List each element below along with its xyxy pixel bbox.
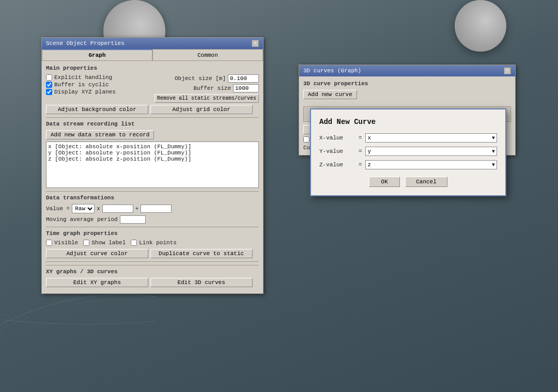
robot-arm-right: [455, 0, 506, 52]
remove-streams-button[interactable]: Remove all static streams/curves: [154, 94, 259, 103]
explicit-handling-label: Explicit handling: [54, 74, 112, 81]
y-value-row: Y-value = y ▼: [319, 147, 497, 156]
add-new-curve-dialog: Add New Curve X-value = x ▼ Y-value = y …: [310, 108, 506, 196]
sop-body: Main properties Explicit handling Buffer…: [42, 61, 263, 293]
link-points-row: Link points: [131, 240, 177, 246]
curve-action-row: Adjust curve color Duplicate curve to st…: [46, 249, 259, 258]
sop-title: Scene Object Properties: [46, 40, 125, 46]
plus-label: +: [135, 206, 139, 212]
visible-label: Visible: [54, 240, 78, 246]
visible-row: Visible: [46, 240, 78, 246]
curves-body: 3D curve properties Add new curve: [299, 76, 515, 103]
add-stream-button[interactable]: Add new data stream to record: [46, 130, 154, 139]
time-graph-label: Time graph properties: [46, 230, 259, 237]
tab-common[interactable]: Common: [152, 49, 263, 60]
buffer-cyclic-checkbox[interactable]: [46, 82, 52, 88]
x-value-label: X-value: [319, 135, 355, 141]
z-value-row: Z-value = z ▼: [319, 160, 497, 169]
curve-properties-label: 3D curve properties: [303, 81, 511, 87]
z-value-select[interactable]: z: [365, 160, 497, 169]
object-size-input[interactable]: [228, 74, 259, 83]
time-graph-options: Visible Show label Link points: [46, 240, 259, 247]
buffer-cyclic-label: Buffer is cyclic: [54, 82, 109, 88]
curves-title: 3D curves (Graph): [303, 68, 361, 74]
data-stream-box[interactable]: x [Object: absolute x-position (FL_Dummy…: [46, 142, 259, 188]
edit-3d-button[interactable]: Edit 3D curves: [150, 278, 253, 287]
divider-4: [46, 261, 259, 262]
multiply-input[interactable]: [102, 205, 133, 213]
adjust-grid-button[interactable]: Adjust grid color: [150, 105, 253, 114]
z-value-label: Z-value: [319, 162, 355, 168]
xy-graphs-label: XY graphs / 3D curves: [46, 269, 259, 275]
adjust-color-row: Adjust background color Adjust grid colo…: [46, 105, 259, 114]
buffer-size-label: Buffer size: [193, 85, 231, 91]
raw-select[interactable]: Raw: [72, 204, 95, 213]
y-value-label: Y-value: [319, 148, 355, 154]
transform-row: Value = Raw x +: [46, 204, 259, 213]
link-points-label: Link points: [139, 240, 177, 246]
sop-close-button[interactable]: ×: [252, 40, 259, 47]
x-label: x: [97, 206, 100, 212]
x-select-wrapper: x ▼: [365, 133, 497, 143]
z-select-wrapper: z ▼: [365, 160, 497, 169]
main-properties-label: Main properties: [46, 65, 259, 71]
value-label: Value =: [46, 206, 70, 212]
curves-title-bar: 3D curves (Graph) ×: [299, 65, 515, 76]
visible-checkbox[interactable]: [46, 240, 52, 246]
buffer-cyclic-row: Buffer is cyclic: [46, 82, 150, 88]
data-transform-label: Data transformations: [46, 195, 259, 201]
sop-tabs: Graph Common: [42, 49, 263, 61]
adjust-bg-button[interactable]: Adjust background color: [46, 105, 148, 114]
link-points-checkbox[interactable]: [131, 240, 137, 246]
xy-graphs-section: XY graphs / 3D curves Edit XY graphs Edi…: [46, 265, 259, 287]
divider-2: [46, 191, 259, 192]
tab-graph[interactable]: Graph: [42, 49, 152, 60]
dialog-title: Add New Curve: [319, 118, 497, 126]
edit-xy-button[interactable]: Edit XY graphs: [46, 278, 148, 287]
divider-1: [46, 117, 259, 118]
curve-always-top-checkbox[interactable]: [303, 136, 309, 143]
scene-object-properties-panel: Scene Object Properties × Graph Common M…: [41, 37, 264, 294]
moving-avg-row: Moving average period: [46, 215, 259, 224]
curves-close-button[interactable]: ×: [504, 67, 511, 74]
y-value-select[interactable]: y: [365, 147, 497, 156]
object-size-label: Object size [m]: [175, 75, 226, 82]
sop-title-bar: Scene Object Properties ×: [42, 38, 263, 49]
ok-button[interactable]: OK: [369, 177, 400, 187]
duplicate-curve-button[interactable]: Duplicate curve to static: [150, 249, 253, 258]
show-label-checkbox[interactable]: [83, 240, 89, 246]
z-equals: =: [359, 162, 362, 168]
show-label-label: Show label: [91, 240, 126, 246]
dialog-buttons: OK Cancel: [319, 177, 497, 187]
add-input[interactable]: [141, 205, 172, 213]
cancel-button[interactable]: Cancel: [405, 177, 447, 187]
display-xyz-label: Display XYZ planes: [54, 89, 116, 95]
divider-3: [46, 227, 259, 227]
moving-avg-label: Moving average period: [46, 216, 118, 223]
explicit-handling-checkbox[interactable]: [46, 74, 52, 81]
buffer-size-input[interactable]: [233, 84, 259, 92]
display-xyz-checkbox[interactable]: [46, 89, 52, 95]
xy-action-row: Edit XY graphs Edit 3D curves: [46, 278, 259, 287]
y-equals: =: [359, 148, 362, 154]
adjust-curve-button[interactable]: Adjust curve color: [46, 249, 148, 258]
moving-avg-input[interactable]: [120, 215, 146, 224]
x-value-row: X-value = x ▼: [319, 133, 497, 143]
display-xyz-row: Display XYZ planes: [46, 89, 150, 95]
explicit-handling-row: Explicit handling: [46, 74, 150, 81]
y-select-wrapper: y ▼: [365, 147, 497, 156]
data-stream-label: Data stream recording list: [46, 121, 259, 127]
x-value-select[interactable]: x: [365, 133, 497, 143]
show-label-row: Show label: [83, 240, 126, 246]
add-new-curve-tab[interactable]: Add new curve: [303, 90, 357, 99]
x-equals: =: [359, 135, 362, 141]
